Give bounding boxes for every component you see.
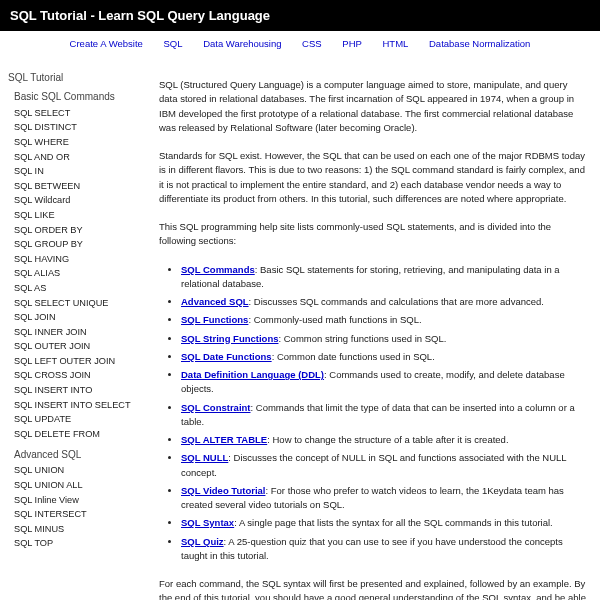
link-sql-date-functions[interactable]: SQL Date Functions [181, 351, 272, 362]
link-sql-alter-table[interactable]: SQL ALTER TABLE [181, 434, 267, 445]
sidebar: SQL Tutorial Basic SQL Commands SQL SELE… [0, 56, 145, 600]
list-item: SQL NULL: Discusses the concept of NULL … [181, 451, 586, 480]
list-item: SQL Commands: Basic SQL statements for s… [181, 263, 586, 292]
sidebar-title: SQL Tutorial [8, 72, 137, 83]
link-sql-video-tutorial[interactable]: SQL Video Tutorial [181, 485, 265, 496]
bullet-text: : Common string functions used in SQL. [278, 333, 446, 344]
side-sql-group-by[interactable]: SQL GROUP BY [14, 239, 83, 249]
side-sql-wildcard[interactable]: SQL Wildcard [14, 195, 70, 205]
side-sql-select[interactable]: SQL SELECT [14, 108, 70, 118]
intro-paragraph-3: This SQL programming help site lists com… [159, 220, 586, 249]
link-sql-quiz[interactable]: SQL Quiz [181, 536, 224, 547]
list-item: SQL ALTER TABLE: How to change the struc… [181, 433, 586, 447]
topnav-sql[interactable]: SQL [163, 38, 182, 49]
topnav-db-normalization[interactable]: Database Normalization [429, 38, 530, 49]
side-sql-insert-into[interactable]: SQL INSERT INTO [14, 385, 92, 395]
side-sql-where[interactable]: SQL WHERE [14, 137, 69, 147]
side-sql-distinct[interactable]: SQL DISTINCT [14, 122, 77, 132]
side-sql-between[interactable]: SQL BETWEEN [14, 181, 80, 191]
list-item: SQL Quiz: A 25-question quiz that you ca… [181, 535, 586, 564]
link-sql-constraint[interactable]: SQL Constraint [181, 402, 251, 413]
side-sql-order-by[interactable]: SQL ORDER BY [14, 225, 83, 235]
side-sql-as[interactable]: SQL AS [14, 283, 46, 293]
link-ddl[interactable]: Data Definition Language (DDL) [181, 369, 324, 380]
topnav-css[interactable]: CSS [302, 38, 322, 49]
top-nav: Create A Website SQL Data Warehousing CS… [0, 31, 600, 56]
topnav-data-warehousing[interactable]: Data Warehousing [203, 38, 281, 49]
side-sql-minus[interactable]: SQL MINUS [14, 524, 64, 534]
side-sql-left-outer-join[interactable]: SQL LEFT OUTER JOIN [14, 356, 115, 366]
list-item: SQL Constraint: Commands that limit the … [181, 401, 586, 430]
intro-paragraph-2: Standards for SQL exist. However, the SQ… [159, 149, 586, 206]
bullet-text: : A single page that lists the syntax fo… [234, 517, 553, 528]
side-sql-join[interactable]: SQL JOIN [14, 312, 56, 322]
side-sql-select-unique[interactable]: SQL SELECT UNIQUE [14, 298, 108, 308]
page-header: SQL Tutorial - Learn SQL Query Language [0, 0, 600, 31]
side-sql-having[interactable]: SQL HAVING [14, 254, 69, 264]
bullet-text: : A 25-question quiz that you can use to… [181, 536, 563, 561]
link-advanced-sql[interactable]: Advanced SQL [181, 296, 249, 307]
side-sql-inner-join[interactable]: SQL INNER JOIN [14, 327, 87, 337]
side-sql-outer-join[interactable]: SQL OUTER JOIN [14, 341, 90, 351]
bullet-text: : Discusses the concept of NULL in SQL a… [181, 452, 566, 477]
list-item: Advanced SQL: Discusses SQL commands and… [181, 295, 586, 309]
bullet-text: : Commonly-used math functions in SQL. [248, 314, 421, 325]
page-title: SQL Tutorial - Learn SQL Query Language [10, 8, 270, 23]
sidebar-section-basic: Basic SQL Commands [14, 91, 137, 102]
side-sql-inline-view[interactable]: SQL Inline View [14, 495, 79, 505]
link-sql-commands[interactable]: SQL Commands [181, 264, 255, 275]
intro-paragraph-1: SQL (Structured Query Language) is a com… [159, 78, 586, 135]
list-item: SQL Date Functions: Common date function… [181, 350, 586, 364]
list-item: SQL Video Tutorial: For those who prefer… [181, 484, 586, 513]
list-item: SQL Functions: Commonly-used math functi… [181, 313, 586, 327]
topnav-html[interactable]: HTML [382, 38, 408, 49]
link-sql-functions[interactable]: SQL Functions [181, 314, 248, 325]
side-sql-delete-from[interactable]: SQL DELETE FROM [14, 429, 100, 439]
side-sql-update[interactable]: SQL UPDATE [14, 414, 71, 424]
side-sql-alias[interactable]: SQL ALIAS [14, 268, 60, 278]
side-sql-union-all[interactable]: SQL UNION ALL [14, 480, 83, 490]
side-sql-and-or[interactable]: SQL AND OR [14, 152, 70, 162]
link-sql-null[interactable]: SQL NULL [181, 452, 228, 463]
side-sql-cross-join[interactable]: SQL CROSS JOIN [14, 370, 91, 380]
sidebar-section-advanced: Advanced SQL [14, 449, 137, 460]
list-item: SQL String Functions: Common string func… [181, 332, 586, 346]
side-sql-union[interactable]: SQL UNION [14, 465, 64, 475]
topnav-php[interactable]: PHP [342, 38, 362, 49]
side-sql-intersect[interactable]: SQL INTERSECT [14, 509, 87, 519]
side-sql-top[interactable]: SQL TOP [14, 538, 53, 548]
link-sql-syntax[interactable]: SQL Syntax [181, 517, 234, 528]
side-sql-like[interactable]: SQL LIKE [14, 210, 55, 220]
bullet-text: : Common date functions used in SQL. [272, 351, 435, 362]
bullet-text: : Discusses SQL commands and calculation… [249, 296, 544, 307]
closing-paragraph: For each command, the SQL syntax will fi… [159, 577, 586, 600]
side-sql-insert-into-select[interactable]: SQL INSERT INTO SELECT [14, 400, 131, 410]
sidebar-list-advanced: SQL UNION SQL UNION ALL SQL Inline View … [14, 463, 137, 551]
list-item: SQL Syntax: A single page that lists the… [181, 516, 586, 530]
main-content: SQL (Structured Query Language) is a com… [145, 56, 600, 600]
topnav-create-website[interactable]: Create A Website [70, 38, 143, 49]
sidebar-list-basic: SQL SELECT SQL DISTINCT SQL WHERE SQL AN… [14, 105, 137, 441]
list-item: Data Definition Language (DDL): Commands… [181, 368, 586, 397]
bullet-text: : How to change the structure of a table… [267, 434, 508, 445]
link-sql-string-functions[interactable]: SQL String Functions [181, 333, 278, 344]
side-sql-in[interactable]: SQL IN [14, 166, 44, 176]
section-bullets: SQL Commands: Basic SQL statements for s… [181, 263, 586, 564]
